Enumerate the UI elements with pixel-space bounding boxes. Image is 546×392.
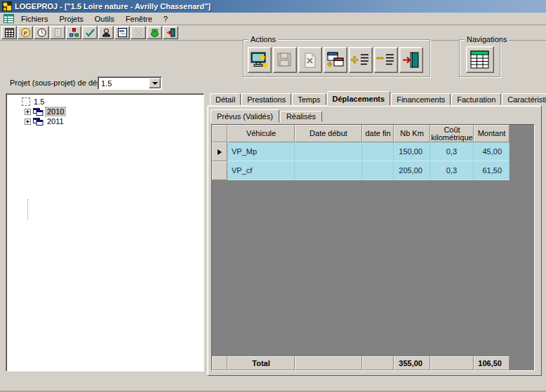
cell-date-fin[interactable]	[362, 161, 394, 180]
app-window: LOGEPROJ - ["1.5 Loire nature - Avrilly …	[0, 0, 546, 392]
menu-help[interactable]: ?	[158, 14, 173, 24]
menu-projets[interactable]: Projets	[54, 14, 89, 24]
navigations-groupbox: Navigations	[459, 39, 500, 77]
exit-door-icon	[166, 28, 175, 37]
cell-nb-km[interactable]: 150,00	[394, 142, 430, 161]
tree-node-label: 2010	[46, 107, 65, 116]
project-select-value: 1.5	[98, 79, 149, 88]
toolbar-temps-button[interactable]	[34, 26, 49, 39]
toolbar-sigma-button[interactable]: Σ	[50, 26, 65, 39]
add-row-button[interactable]: +	[349, 47, 373, 73]
cell-date-fin[interactable]	[362, 142, 394, 161]
gantt-chart-icon	[118, 28, 127, 37]
project-select[interactable]: 1.5	[98, 76, 162, 90]
compute-button[interactable]: ✱✱	[248, 47, 272, 73]
total-date-debut	[295, 356, 362, 370]
subtab-prevus[interactable]: Prévus (Validés)	[211, 109, 279, 123]
tree-node-2010[interactable]: 2010	[25, 107, 65, 116]
document-table-icon[interactable]	[1, 14, 15, 23]
quit-button[interactable]	[399, 47, 423, 73]
header-vehicule[interactable]: Véhicule	[227, 125, 295, 142]
new-window-button[interactable]: +	[324, 47, 347, 73]
tree-node-root[interactable]: 1.5	[22, 97, 46, 107]
chevron-down-icon	[152, 82, 158, 85]
checkmark-icon	[86, 28, 95, 37]
cell-vehicule[interactable]: VP_cf	[227, 161, 295, 180]
sub-tabs: Prévus (Validés) Réalisés	[208, 107, 541, 122]
toolbar-gantt-button[interactable]	[114, 26, 130, 39]
add-list-icon: +	[351, 51, 371, 69]
user-icon	[102, 28, 111, 37]
window-title: LOGEPROJ - ["1.5 Loire nature - Avrilly …	[15, 2, 211, 11]
svg-text:−: −	[376, 51, 384, 65]
tree-node-label: 2011	[46, 117, 65, 126]
cell-nb-km[interactable]: 205,00	[394, 161, 430, 180]
save-button[interactable]	[273, 47, 297, 73]
toolbar-validate-button[interactable]	[82, 26, 98, 39]
tab-detail[interactable]: Détail	[210, 93, 241, 105]
subtab-realises[interactable]: Réalisés	[280, 111, 322, 122]
expand-plus-icon[interactable]	[25, 119, 31, 125]
tab-facturation[interactable]: Facturation	[451, 93, 501, 105]
header-cout-km[interactable]: Coût kilométrique	[430, 125, 474, 142]
row-selector-cell[interactable]	[212, 142, 227, 161]
combo-dropdown-button[interactable]	[149, 78, 161, 88]
navigations-group-label: Navigations	[465, 35, 509, 43]
toolbar-network-button[interactable]	[66, 26, 81, 39]
nodes-disabled-icon	[134, 28, 143, 37]
tab-financements[interactable]: Financements	[391, 93, 451, 105]
total-montant: 106,50	[474, 356, 510, 370]
tree-node-2011[interactable]: 2011	[25, 116, 65, 126]
toolbar-prestations-button[interactable]: P	[18, 26, 33, 39]
total-row-selector	[212, 356, 227, 370]
cancel-button[interactable]	[298, 47, 322, 73]
cell-vehicule[interactable]: VP_Mp	[227, 142, 295, 161]
table-navigation-icon	[470, 50, 490, 69]
cancel-document-icon	[301, 52, 319, 69]
total-cout-km	[430, 356, 474, 370]
actions-buttons: ✱✱ + + −	[244, 40, 430, 73]
toolbar-user-button[interactable]	[98, 26, 114, 39]
header-montant[interactable]: Montant	[474, 125, 510, 142]
clock-icon	[37, 28, 46, 37]
save-icon	[276, 52, 294, 69]
tab-caracteristiques[interactable]: Caractéristiques	[502, 93, 546, 105]
app-icon	[2, 1, 12, 11]
menu-outils[interactable]: Outils	[89, 14, 120, 24]
toolbar-figure-button[interactable]	[147, 26, 162, 39]
project-tree: 1.5 2010 2011	[6, 93, 204, 372]
cell-montant[interactable]: 61,50	[474, 161, 510, 180]
grid-total-row: Total 355,00 106,50	[212, 356, 510, 370]
cell-date-debut[interactable]	[295, 142, 362, 161]
header-nb-km[interactable]: Nb Km	[394, 125, 430, 142]
cell-cout-km[interactable]: 0,3	[430, 161, 474, 180]
menu-fichiers[interactable]: Fichiers	[15, 14, 54, 24]
tab-prestations[interactable]: Prestations	[241, 93, 291, 105]
remove-row-button[interactable]: −	[374, 47, 398, 73]
navigate-table-button[interactable]	[466, 46, 494, 73]
menu-fenetre[interactable]: Fenêtre	[120, 14, 158, 24]
cell-cout-km[interactable]: 0,3	[430, 142, 474, 161]
svg-text:+: +	[327, 59, 333, 69]
table-row[interactable]: VP_Mp 150,00 0,3 45,00	[212, 142, 510, 161]
actions-group-label: Actions	[248, 35, 278, 43]
total-date-fin	[362, 356, 394, 370]
menu-bar: Fichiers Projets Outils Fenêtre ?	[0, 13, 546, 25]
deplacements-panel: Prévus (Validés) Réalisés Véhicule Date …	[207, 105, 542, 376]
tab-deplacements[interactable]: Déplacements	[327, 91, 391, 106]
toolbar-exit-button[interactable]	[163, 26, 178, 39]
row-selector-cell[interactable]	[212, 161, 227, 180]
header-date-debut[interactable]: Date début	[295, 125, 362, 142]
header-date-fin[interactable]: date fin	[362, 125, 394, 142]
project-root-icon	[22, 97, 30, 106]
exit-door-icon	[401, 51, 421, 69]
table-row[interactable]: VP_cf 205,00 0,3 61,50	[212, 161, 510, 180]
total-label: Total	[227, 356, 295, 370]
tab-temps[interactable]: Temps	[292, 93, 326, 105]
toolbar-table-button[interactable]	[1, 26, 17, 39]
cell-montant[interactable]: 45,00	[474, 142, 510, 161]
svg-text:Σ: Σ	[56, 30, 60, 35]
expand-plus-icon[interactable]	[25, 109, 31, 115]
toolbar-nodes-button[interactable]	[131, 26, 146, 39]
cell-date-debut[interactable]	[295, 161, 362, 180]
